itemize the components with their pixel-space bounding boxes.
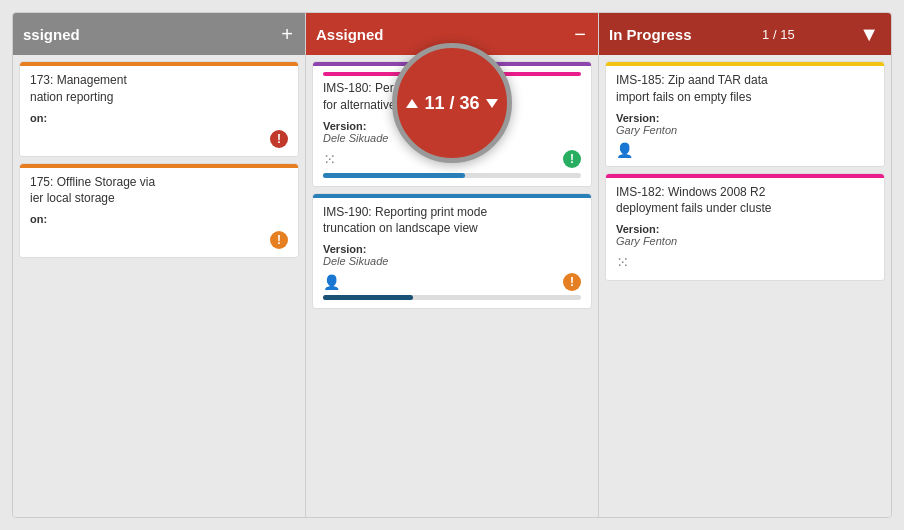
card-u1[interactable]: 173: Managementnation reporting on: !: [19, 61, 299, 157]
warning-icon-u1: !: [270, 130, 288, 148]
card-title-p1: IMS-185: Zip aand TAR dataimport fails o…: [616, 72, 874, 106]
person-icon-a2: 👤: [323, 274, 340, 290]
dots-icon-p2: ⁙: [616, 253, 629, 272]
column-header-unassigned: ssigned +: [13, 13, 305, 55]
card-bar-p2: [606, 174, 884, 178]
card-title-u2: 175: Offline Storage viaier local storag…: [30, 174, 288, 208]
card-p1[interactable]: IMS-185: Zip aand TAR dataimport fails o…: [605, 61, 885, 167]
column-assigned: Assigned − 11 / 36 IMS-180: Per ufor alt…: [306, 13, 599, 517]
card-a2[interactable]: IMS-190: Reporting print modetruncation …: [312, 193, 592, 310]
progress-container-a2: [323, 295, 581, 300]
card-version-label-p2: Version:: [616, 223, 874, 235]
column-title-unassigned: ssigned: [23, 26, 80, 43]
card-bar-a2: [313, 194, 591, 198]
pagination-content: 11 / 36: [406, 93, 497, 114]
column-badge-in-progress: 1 / 15: [762, 27, 795, 42]
column-title-assigned: Assigned: [316, 26, 384, 43]
card-version-value-a2: Dele Sikuade: [323, 255, 581, 267]
prev-page-icon: [406, 99, 418, 108]
progress-container-a1: [323, 173, 581, 178]
card-footer-p2: ⁙: [616, 253, 874, 272]
card-label-u1: on:: [30, 112, 288, 124]
card-version-value-p2: Gary Fenton: [616, 235, 874, 247]
progress-fill-a1: [323, 173, 465, 178]
nav-button-in-progress[interactable]: ▼: [857, 23, 881, 46]
card-footer-p1: 👤: [616, 142, 874, 158]
card-version-label-p1: Version:: [616, 112, 874, 124]
card-title-u1: 173: Managementnation reporting: [30, 72, 288, 106]
pagination-text: 11 / 36: [424, 93, 479, 114]
pagination-circle[interactable]: 11 / 36: [392, 43, 512, 163]
card-footer-a2: 👤 !: [323, 273, 581, 291]
person-icon-p1: 👤: [616, 142, 633, 158]
progress-fill-a2: [323, 295, 413, 300]
card-p2[interactable]: IMS-182: Windows 2008 R2deployment fails…: [605, 173, 885, 282]
column-header-in-progress: In Progress 1 / 15 ▼: [599, 13, 891, 55]
warning-icon-a1: !: [563, 150, 581, 168]
next-page-icon: [486, 99, 498, 108]
card-u2[interactable]: 175: Offline Storage viaier local storag…: [19, 163, 299, 259]
card-bar-u2: [20, 164, 298, 168]
card-footer-u1: !: [30, 130, 288, 148]
column-title-in-progress: In Progress: [609, 26, 692, 43]
dots-icon-a1: ⁙: [323, 150, 336, 169]
card-title-a2: IMS-190: Reporting print modetruncation …: [323, 204, 581, 238]
column-unassigned: ssigned + 173: Managementnation reportin…: [13, 13, 306, 517]
card-footer-u2: !: [30, 231, 288, 249]
kanban-board: ssigned + 173: Managementnation reportin…: [12, 12, 892, 518]
card-title-p2: IMS-182: Windows 2008 R2deployment fails…: [616, 184, 874, 218]
card-version-value-p1: Gary Fenton: [616, 124, 874, 136]
add-card-button-unassigned[interactable]: +: [279, 23, 295, 46]
card-bar-p1: [606, 62, 884, 66]
remove-card-button-assigned[interactable]: −: [572, 23, 588, 46]
warning-icon-u2: !: [270, 231, 288, 249]
column-body-in-progress: IMS-185: Zip aand TAR dataimport fails o…: [599, 55, 891, 517]
pagination-overlay: 11 / 36: [392, 43, 512, 163]
card-version-label-a2: Version:: [323, 243, 581, 255]
card-bar-u1: [20, 62, 298, 66]
column-in-progress: In Progress 1 / 15 ▼ IMS-185: Zip aand T…: [599, 13, 891, 517]
card-label-u2: on:: [30, 213, 288, 225]
column-body-unassigned: 173: Managementnation reporting on: ! 17…: [13, 55, 305, 517]
warning-icon-a2: !: [563, 273, 581, 291]
